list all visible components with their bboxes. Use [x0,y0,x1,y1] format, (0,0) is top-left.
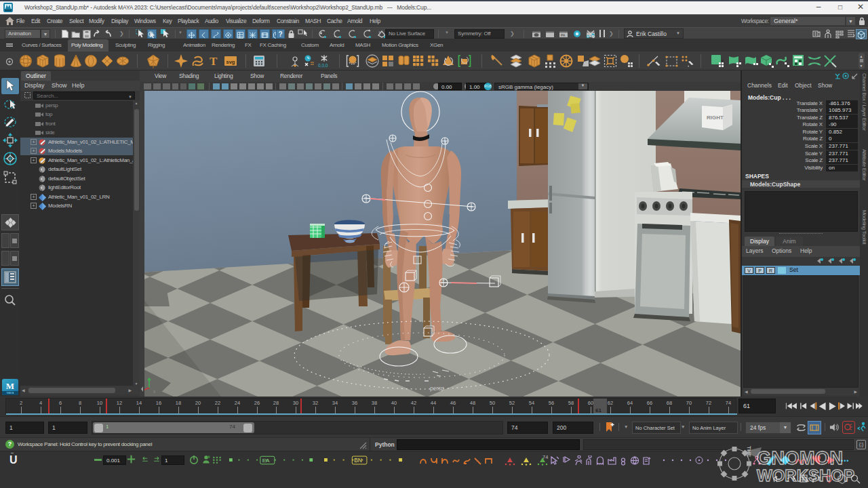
svg-text:RIGHT: RIGHT [707,115,724,121]
svg-text:svg: svg [226,59,235,65]
svg-text:PA: PA [561,33,566,37]
svg-text:EA: EA [262,458,270,464]
svg-text:persp: persp [430,385,445,392]
svg-text:0,0,0: 0,0,0 [318,63,328,68]
svg-text:BN: BN [354,457,362,464]
svg-text:T: T [210,55,218,68]
svg-text:x: x [153,389,156,394]
